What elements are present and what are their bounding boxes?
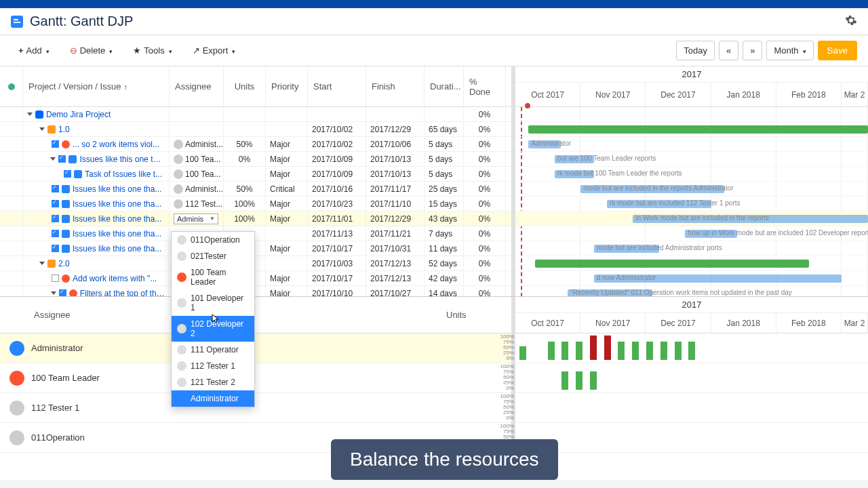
gantt-row: d now Administrator — [515, 271, 868, 286]
avatar-icon — [174, 199, 183, 209]
task-row[interactable]: Task of Issues like t... 100 Tea... Majo… — [0, 167, 511, 182]
task-row[interactable]: Issues like this one tha... 2017/11/13 2… — [0, 226, 511, 241]
col-done[interactable]: % Done — [464, 66, 506, 106]
resource-row[interactable]: Administrator — [0, 333, 511, 363]
col-units[interactable]: Units — [224, 66, 266, 106]
bar-label: Administrator — [531, 140, 571, 147]
col-start[interactable]: Start — [308, 66, 366, 106]
task-row[interactable]: Issues like this one tha... 100 Tea... 0… — [0, 152, 511, 167]
load-bar — [590, 336, 597, 360]
checkbox-icon[interactable] — [52, 230, 59, 237]
expand-icon[interactable] — [39, 262, 45, 265]
dropdown-item[interactable]: 112 Tester 1 — [172, 358, 254, 374]
avatar-icon — [9, 430, 24, 445]
col-priority[interactable]: Priority — [266, 66, 308, 106]
task-row[interactable]: 1.0 2017/10/02 2017/12/29 65 days 0% — [0, 122, 511, 137]
resource-row[interactable]: 112 Tester 1 — [0, 393, 511, 423]
task-row[interactable]: Issues like this one tha... 112 Test... … — [0, 197, 511, 211]
issue-name[interactable]: 1.0 — [58, 125, 70, 134]
assignee-combo[interactable]: Adminis▼ — [174, 214, 218, 224]
load-bar — [576, 371, 583, 390]
col-status[interactable] — [0, 66, 23, 106]
issue-type-icon — [62, 200, 70, 208]
task-row[interactable]: Issues like this one tha... Adminis▼ 100… — [0, 211, 511, 226]
checkbox-icon[interactable] — [64, 170, 71, 178]
today-button[interactable]: Today — [676, 41, 715, 60]
gantt-bar[interactable] — [535, 260, 809, 268]
col-duration[interactable]: Durati... — [425, 66, 464, 106]
issue-name[interactable]: ... so 2 work items viol... — [73, 140, 159, 149]
task-row[interactable]: Add work items with "... Major 2017/10/1… — [0, 271, 511, 286]
checkbox-icon[interactable] — [58, 155, 66, 163]
expand-icon[interactable] — [50, 157, 56, 161]
issue-name[interactable]: Issues like this one tha... — [73, 229, 161, 239]
issue-name[interactable]: Issues like this one tha... — [73, 244, 161, 253]
load-bar — [660, 342, 667, 360]
dropdown-item[interactable]: 100 Team Leader — [172, 264, 254, 290]
expand-icon[interactable] — [39, 127, 45, 131]
issue-name[interactable]: Issues like this one tha... — [73, 199, 161, 209]
issue-name[interactable]: Issues like this one tha... — [73, 214, 161, 224]
export-button[interactable]: ↗ Export — [185, 41, 243, 60]
load-bar — [675, 342, 682, 360]
checkbox-icon[interactable] — [52, 185, 59, 192]
prev-button[interactable]: « — [719, 41, 738, 60]
checkbox-icon[interactable] — [52, 245, 59, 252]
assignee-dropdown[interactable]: 011Operation021Tester100 Team Leader101 … — [171, 231, 255, 407]
bar-label: rk mode but are included 112 Tester 1 po… — [610, 199, 741, 207]
avatar-icon — [177, 272, 186, 282]
expand-icon[interactable] — [27, 113, 33, 116]
issue-name[interactable]: Issues like this one tha... — [79, 155, 165, 164]
expand-icon[interactable] — [51, 291, 56, 295]
gantt-bar[interactable] — [528, 125, 868, 134]
save-button[interactable]: Save — [818, 41, 857, 60]
issue-type-icon — [62, 245, 70, 253]
dropdown-item[interactable]: 101 Developer 1 — [172, 290, 254, 316]
delete-button[interactable]: ⊖ Delete — [62, 41, 121, 60]
load-bar — [548, 342, 555, 360]
svg-rect-1 — [14, 22, 20, 23]
issue-name[interactable]: Filters at the top of the... — [80, 289, 165, 297]
dropdown-item[interactable]: 021Tester — [172, 248, 254, 264]
tools-button[interactable]: ★ Tools — [125, 41, 179, 60]
issue-name[interactable]: Task of Issues like t... — [85, 169, 162, 179]
task-row[interactable]: Issues like this one tha... Major 2017/1… — [0, 241, 511, 256]
dropdown-item[interactable]: Administrator — [172, 390, 254, 407]
settings-icon[interactable] — [845, 14, 857, 28]
resource-bar-row: 100%75%50%25%0% — [515, 363, 868, 393]
checkbox-icon[interactable] — [52, 140, 59, 148]
task-row[interactable]: 2.0 2017/10/03 2017/12/13 52 days 0% — [0, 256, 511, 271]
zoom-select[interactable]: Month — [766, 41, 813, 60]
task-row[interactable]: Issues like this one tha... Administ... … — [0, 182, 511, 197]
next-button[interactable]: » — [743, 41, 762, 60]
checkbox-icon[interactable] — [59, 289, 66, 296]
gantt-row: rk mode but 100 Team Leader the reports — [515, 167, 868, 182]
dropdown-item[interactable]: 102 Developer 2 — [172, 316, 254, 342]
col-finish[interactable]: Finish — [366, 66, 425, 106]
issue-name[interactable]: Add work items with "... — [73, 274, 157, 283]
month-header: Mar 2 — [842, 83, 868, 106]
toolbar: + Add ⊖ Delete ★ Tools ↗ Export Today « … — [0, 35, 868, 66]
dropdown-item[interactable]: 011Operation — [172, 232, 254, 248]
task-row[interactable]: Demo Jira Project 0% — [0, 107, 511, 122]
issue-type-icon — [47, 260, 56, 268]
issue-name[interactable]: Demo Jira Project — [46, 110, 111, 119]
col-assignee[interactable]: Assignee — [170, 66, 224, 106]
resource-bar-row: 100%75%50%25%0% — [515, 333, 868, 363]
issue-name[interactable]: Issues like this one tha... — [73, 184, 161, 194]
add-button[interactable]: + Add — [11, 41, 57, 60]
avatar-icon — [177, 298, 186, 308]
yscale-label: 0% — [496, 355, 514, 361]
dropdown-item[interactable]: 121 Tester 2 — [172, 374, 254, 390]
col-name[interactable]: Project / Version / Issue↑ — [23, 66, 170, 106]
checkbox-icon[interactable] — [52, 215, 59, 222]
resource-row[interactable]: 100 Team Leader — [0, 363, 511, 393]
task-row[interactable]: ... so 2 work items viol... Administ... … — [0, 137, 511, 152]
task-row[interactable]: Filters at the top of the... Major 2017/… — [0, 286, 511, 296]
dropdown-item[interactable]: 111 Operator — [172, 342, 254, 358]
res-col-units[interactable]: Units — [441, 310, 511, 320]
checkbox-icon[interactable] — [52, 200, 59, 207]
issue-type-icon — [47, 125, 56, 134]
checkbox-icon[interactable] — [52, 274, 59, 282]
issue-name[interactable]: 2.0 — [58, 259, 70, 268]
